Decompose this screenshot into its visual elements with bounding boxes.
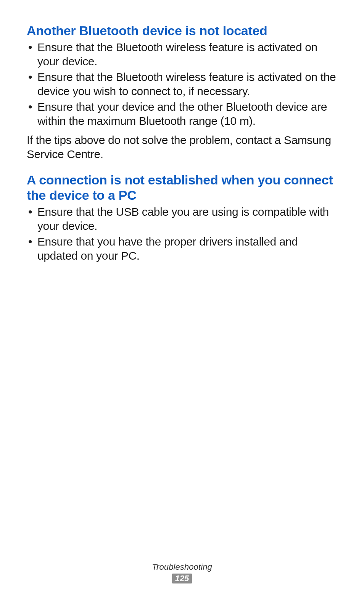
bullet-item: Ensure that the Bluetooth wireless featu…	[27, 40, 340, 69]
bullet-item: Ensure that the USB cable you are using …	[27, 205, 340, 233]
section-heading-bluetooth: Another Bluetooth device is not located	[27, 23, 340, 38]
bullet-list-bluetooth: Ensure that the Bluetooth wireless featu…	[27, 40, 340, 128]
document-page: Another Bluetooth device is not located …	[0, 0, 364, 598]
footer-section-name: Troubleshooting	[0, 562, 364, 572]
bullet-item: Ensure that you have the proper drivers …	[27, 235, 340, 263]
section-heading-pc-connection: A connection is not established when you…	[27, 172, 340, 203]
page-footer: Troubleshooting 125	[0, 562, 364, 583]
page-number: 125	[172, 574, 192, 583]
body-paragraph: If the tips above do not solve the probl…	[27, 133, 340, 162]
bullet-item: Ensure that your device and the other Bl…	[27, 100, 340, 128]
bullet-item: Ensure that the Bluetooth wireless featu…	[27, 70, 340, 99]
bullet-list-pc-connection: Ensure that the USB cable you are using …	[27, 205, 340, 263]
